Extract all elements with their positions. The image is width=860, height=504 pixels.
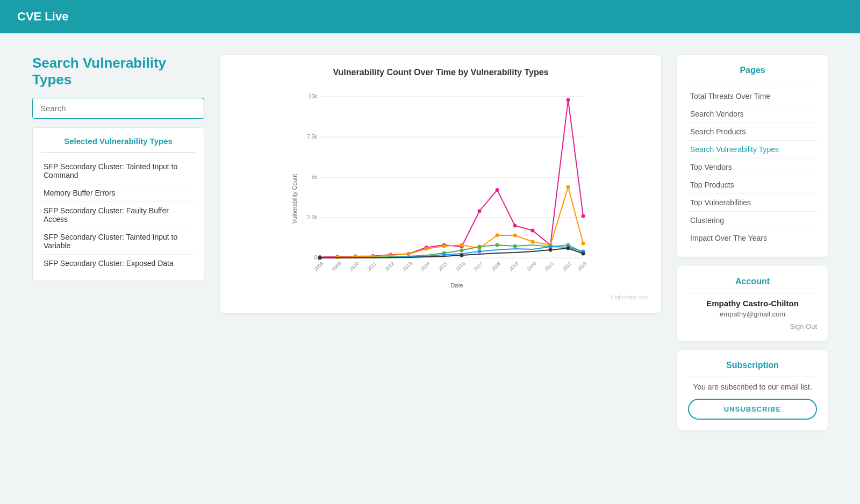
- pages-card: Pages Total Threats Over Time Search Ven…: [677, 55, 828, 257]
- subscription-title: Subscription: [688, 361, 817, 370]
- nav-item-top-products[interactable]: Top Products: [688, 176, 817, 194]
- chart-title: Vulnerability Count Over Time by Vulnera…: [233, 68, 648, 77]
- svg-text:2015: 2015: [437, 261, 448, 272]
- svg-text:7.5k: 7.5k: [307, 134, 318, 140]
- line-pink: [320, 100, 583, 257]
- svg-text:2014: 2014: [419, 261, 431, 272]
- svg-text:2018: 2018: [490, 261, 501, 272]
- main-content: Search Vulnerability Types Selected Vuln…: [0, 33, 860, 452]
- svg-text:2022: 2022: [561, 261, 572, 272]
- svg-point-38: [531, 229, 535, 233]
- list-item[interactable]: SFP Secondary Cluster: Tainted Input to …: [41, 158, 195, 184]
- account-title: Account: [688, 277, 817, 286]
- svg-point-73: [318, 256, 322, 260]
- svg-text:2016: 2016: [455, 261, 466, 272]
- svg-point-40: [567, 98, 570, 102]
- svg-text:2008: 2008: [313, 261, 324, 272]
- svg-point-60: [460, 249, 464, 253]
- selected-divider: [41, 152, 195, 153]
- svg-point-47: [407, 253, 411, 256]
- unsubscribe-button[interactable]: UNSUBSCRIBE: [688, 399, 817, 420]
- nav-item-total-threats[interactable]: Total Threats Over Time: [688, 88, 817, 105]
- svg-point-48: [425, 247, 428, 251]
- svg-point-57: [582, 242, 585, 246]
- svg-text:2020: 2020: [526, 261, 537, 272]
- subscription-card: Subscription You are subscribed to our e…: [677, 350, 828, 430]
- selected-vulnerability-box: Selected Vulnerability Types SFP Seconda…: [32, 127, 204, 281]
- svg-point-76: [567, 247, 570, 250]
- header: CVE Live: [0, 0, 860, 33]
- chart-svg-wrap: Vulnerability Count Date 0 2.5k 5k 7.5k: [233, 86, 648, 292]
- svg-point-74: [460, 254, 464, 257]
- svg-text:2012: 2012: [384, 261, 395, 272]
- svg-point-50: [460, 243, 464, 247]
- svg-point-77: [582, 252, 585, 256]
- svg-point-36: [496, 188, 499, 192]
- svg-text:2023: 2023: [576, 261, 587, 272]
- svg-text:2021: 2021: [543, 261, 555, 272]
- nav-item-top-vulnerabilities[interactable]: Top Vulnerabilities: [688, 194, 817, 212]
- nav-item-search-vuln-types[interactable]: Search Vulnerability Types: [688, 141, 817, 159]
- svg-text:2010: 2010: [348, 261, 360, 272]
- line-orange: [320, 187, 583, 257]
- sign-out-link[interactable]: Sign Out: [688, 322, 817, 330]
- svg-text:2011: 2011: [366, 261, 377, 272]
- svg-point-75: [549, 248, 553, 252]
- list-item[interactable]: Memory Buffer Errors: [41, 184, 195, 202]
- pages-title: Pages: [688, 66, 817, 75]
- x-axis-label: Date: [450, 282, 463, 289]
- svg-point-41: [582, 214, 585, 218]
- chart-credit: Highcharts.com: [233, 294, 648, 300]
- svg-point-49: [442, 244, 446, 248]
- svg-point-37: [513, 224, 517, 228]
- list-item[interactable]: SFP Secondary Cluster: Faulty Buffer Acc…: [41, 202, 195, 228]
- search-input[interactable]: [32, 98, 204, 119]
- nav-item-search-products[interactable]: Search Products: [688, 123, 817, 141]
- left-panel: Search Vulnerability Types Selected Vuln…: [32, 55, 204, 281]
- svg-point-61: [478, 245, 482, 249]
- list-item[interactable]: SFP Secondary Cluster: Exposed Data: [41, 255, 195, 272]
- svg-point-52: [496, 233, 499, 237]
- svg-text:2017: 2017: [472, 261, 484, 272]
- vulnerability-chart: Vulnerability Count Date 0 2.5k 5k 7.5k: [233, 86, 648, 290]
- svg-point-53: [513, 234, 517, 237]
- svg-text:10k: 10k: [309, 93, 318, 99]
- pages-divider: [688, 82, 817, 82]
- list-item[interactable]: SFP Secondary Cluster: Tainted Input to …: [41, 228, 195, 255]
- page-title: Search Vulnerability Types: [32, 55, 204, 88]
- nav-item-search-vendors[interactable]: Search Vendors: [688, 105, 817, 123]
- svg-point-63: [513, 244, 517, 248]
- svg-point-35: [478, 209, 482, 213]
- y-axis-label: Vulnerability Count: [291, 174, 298, 224]
- selected-section-title: Selected Vulnerability Types: [41, 136, 195, 146]
- svg-text:2009: 2009: [331, 261, 342, 272]
- subscription-divider: [688, 377, 817, 377]
- right-sidebar: Pages Total Threats Over Time Search Ven…: [677, 55, 828, 430]
- svg-point-62: [496, 243, 499, 247]
- svg-point-56: [567, 185, 570, 189]
- nav-item-impact-years[interactable]: Impact Over The Years: [688, 229, 817, 247]
- account-name: Empathy Castro-Chilton: [688, 299, 817, 308]
- account-email: empathy@gmail.com: [688, 310, 817, 318]
- svg-point-69: [478, 250, 482, 254]
- subscription-text: You are subscribed to our email list.: [688, 383, 817, 391]
- app-title: CVE Live: [17, 10, 68, 23]
- svg-point-70: [549, 245, 553, 249]
- svg-point-54: [531, 240, 535, 244]
- svg-text:2013: 2013: [402, 261, 413, 272]
- svg-text:0: 0: [314, 255, 317, 261]
- nav-item-top-vendors[interactable]: Top Vendors: [688, 159, 817, 176]
- svg-text:2.5k: 2.5k: [307, 214, 318, 220]
- chart-area: Vulnerability Count Over Time by Vulnera…: [220, 55, 661, 313]
- account-divider: [688, 293, 817, 293]
- account-card: Account Empathy Castro-Chilton empathy@g…: [677, 266, 828, 341]
- svg-text:2019: 2019: [508, 261, 519, 272]
- nav-item-clustering[interactable]: Clustering: [688, 212, 817, 229]
- svg-text:5k: 5k: [311, 174, 318, 180]
